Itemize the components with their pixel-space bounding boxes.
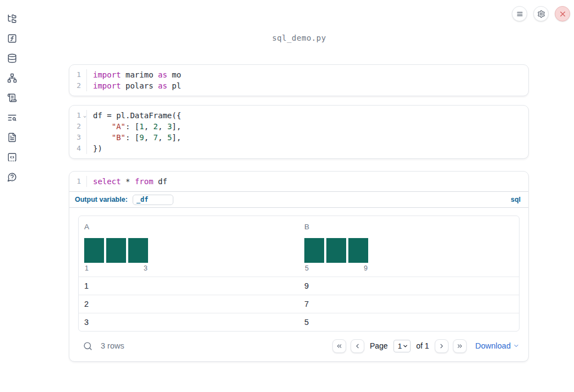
chevrons-left-icon: [336, 343, 343, 350]
chevron-down-icon: [402, 343, 408, 349]
notebook-filename: sql_demo.py: [24, 34, 574, 42]
download-button[interactable]: Download: [475, 341, 520, 350]
code-text: "B": [9, 7, 5],: [87, 132, 181, 143]
hamburger-menu-icon: [516, 10, 524, 18]
code-line[interactable]: 2import polars as pl: [69, 80, 528, 91]
dataframe-table: A 13 B 59 192735: [78, 216, 520, 332]
sidebar-item-file-explorer[interactable]: [7, 13, 18, 24]
line-number: 2: [69, 121, 87, 132]
column-header-b[interactable]: B 59: [299, 216, 519, 277]
table-header: A 13 B 59: [79, 216, 519, 277]
cell-output: A 13 B 59 192735 3 rows: [69, 207, 528, 361]
chevron-left-icon: [354, 343, 361, 350]
database-icon: [7, 53, 17, 63]
sidebar-item-help[interactable]: [7, 172, 18, 183]
page-of-label: of 1: [416, 341, 429, 350]
code-cell-dataframe[interactable]: 1⌄df = pl.DataFrame({2 "A": [1, 2, 3],3 …: [69, 105, 529, 159]
shutdown-button[interactable]: [555, 6, 570, 21]
code-line[interactable]: 1⌄df = pl.DataFrame({: [69, 110, 528, 121]
sidebar-item-variables[interactable]: [7, 33, 18, 44]
settings-button[interactable]: [533, 6, 549, 21]
column-b-histogram: 59: [304, 238, 368, 272]
gear-icon: [537, 10, 545, 18]
histogram-bar: [348, 238, 368, 263]
histogram-axis-labels: 13: [84, 264, 148, 272]
sql-cell[interactable]: 1select * from df Output variable: sql A…: [69, 171, 529, 362]
column-a-histogram: 13: [84, 238, 148, 272]
file-text-icon: [7, 132, 17, 142]
network-icon: [7, 73, 17, 83]
search-icon[interactable]: [83, 341, 92, 351]
line-number: 1: [69, 69, 87, 80]
table-cell: 5: [299, 318, 519, 327]
folder-tree-icon: [7, 14, 17, 24]
code-text: "A": [1, 2, 3],: [87, 121, 181, 132]
column-label: A: [84, 223, 293, 231]
square-function-icon: [7, 34, 17, 43]
language-badge: sql: [511, 196, 521, 203]
table-row[interactable]: 35: [79, 313, 519, 331]
download-label: Download: [475, 341, 511, 350]
chevron-right-icon: [438, 343, 445, 350]
topbar-actions: [512, 6, 570, 21]
close-icon: [559, 10, 567, 18]
code-line[interactable]: 4}): [69, 143, 528, 154]
first-page-button[interactable]: [332, 339, 346, 353]
table-row[interactable]: 19: [79, 277, 519, 295]
table-row[interactable]: 27: [79, 295, 519, 313]
table-cell: 2: [79, 300, 299, 308]
sidebar-item-outline[interactable]: [7, 112, 18, 123]
next-page-button[interactable]: [435, 339, 449, 353]
code-line[interactable]: 3 "B": [9, 7, 5],: [69, 132, 528, 143]
sidebar: [0, 0, 24, 392]
output-variable-input[interactable]: [133, 195, 173, 205]
chevrons-right-icon: [456, 343, 463, 350]
column-label: B: [304, 223, 513, 231]
histogram-bar: [84, 238, 104, 263]
histogram-bar: [128, 238, 148, 263]
sidebar-item-datasources[interactable]: [7, 53, 18, 64]
table-cell: 9: [299, 281, 519, 290]
code-editor[interactable]: 1import marimo as mo2import polars as pl: [69, 65, 528, 96]
table-cell: 3: [79, 318, 299, 327]
output-variable-bar: Output variable: sql: [69, 191, 528, 207]
code-text: df = pl.DataFrame({: [87, 110, 181, 121]
scroll-icon: [7, 93, 17, 103]
code-line[interactable]: 1select * from df: [69, 176, 528, 187]
histogram-bar: [326, 238, 346, 263]
page-label: Page: [370, 341, 388, 350]
sidebar-item-dependency-graph[interactable]: [7, 73, 18, 84]
last-page-button[interactable]: [453, 339, 467, 353]
sidebar-item-documentation[interactable]: [7, 132, 18, 143]
output-variable-label: Output variable:: [75, 196, 128, 203]
line-number: 3: [69, 132, 87, 143]
histogram-bar: [106, 238, 126, 263]
code-line[interactable]: 1import marimo as mo: [69, 69, 528, 80]
code-cell-imports[interactable]: 1import marimo as mo2import polars as pl: [69, 64, 529, 96]
histogram-axis-labels: 59: [304, 264, 368, 272]
code-editor[interactable]: 1⌄df = pl.DataFrame({2 "A": [1, 2, 3],3 …: [69, 106, 528, 158]
table-body: 192735: [79, 277, 519, 331]
line-number: 1⌄: [69, 110, 87, 121]
text-search-icon: [7, 113, 17, 123]
code-text: import polars as pl: [87, 80, 181, 91]
code-text: import marimo as mo: [87, 69, 181, 80]
code-line[interactable]: 2 "A": [1, 2, 3],: [69, 121, 528, 132]
sidebar-item-snippets[interactable]: [7, 152, 18, 163]
column-header-a[interactable]: A 13: [79, 216, 299, 277]
histogram-bar: [304, 238, 324, 263]
chevron-down-icon: [513, 343, 520, 349]
message-question-icon: [7, 172, 17, 182]
sidebar-item-logs[interactable]: [7, 92, 18, 103]
code-text: }): [87, 143, 102, 154]
fold-chevron-icon[interactable]: ⌄: [83, 110, 86, 121]
prev-page-button[interactable]: [351, 339, 364, 353]
page-select[interactable]: 1: [393, 340, 411, 352]
table-cell: 1: [79, 281, 299, 290]
square-code-icon: [7, 152, 17, 162]
row-count: 3 rows: [101, 341, 124, 350]
sql-editor[interactable]: 1select * from df: [69, 172, 528, 191]
notebook-menu-button[interactable]: [512, 6, 527, 21]
table-cell: 7: [299, 300, 519, 308]
code-text: select * from df: [87, 176, 167, 187]
